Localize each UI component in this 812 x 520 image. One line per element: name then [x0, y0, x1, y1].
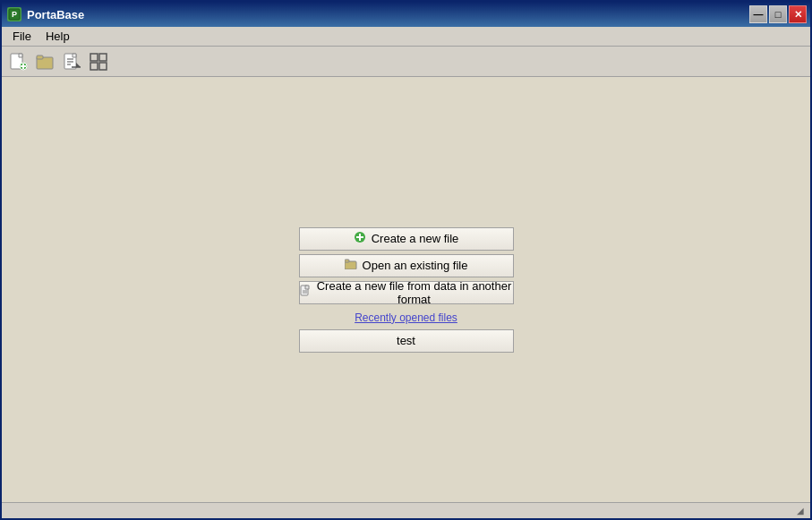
test-file-label: test — [397, 334, 415, 347]
close-button[interactable]: ✕ — [789, 5, 807, 23]
open-existing-file-label: Open an existing file — [363, 259, 468, 272]
open-doc-icon — [35, 52, 55, 72]
fullscreen-toolbar-button[interactable] — [86, 49, 111, 74]
import-file-button[interactable]: Create a new file from data in another f… — [299, 281, 514, 304]
new-doc-icon — [8, 52, 28, 72]
svg-rect-17 — [99, 63, 107, 70]
fullscreen-icon — [89, 52, 108, 72]
open-file-icon — [345, 259, 357, 272]
export-icon — [62, 52, 81, 72]
recently-opened-label[interactable]: Recently opened files — [355, 308, 457, 326]
create-new-file-label: Create a new file — [372, 232, 459, 245]
title-bar-left: P PortaBase — [7, 7, 84, 21]
app-icon: P — [7, 7, 21, 21]
menu-file[interactable]: File — [5, 28, 38, 45]
test-file-button[interactable]: test — [299, 329, 514, 353]
svg-rect-22 — [345, 260, 349, 262]
import-file-label: Create a new file from data in another f… — [316, 279, 513, 306]
main-window: P PortaBase — □ ✕ File Help — [0, 0, 812, 520]
new-file-toolbar-button[interactable] — [5, 49, 30, 74]
main-content: Create a new file Open an existing file — [2, 77, 810, 502]
toolbar — [2, 47, 810, 77]
maximize-button[interactable]: □ — [769, 5, 787, 23]
svg-rect-7 — [37, 55, 43, 59]
window-title: PortaBase — [27, 8, 84, 21]
create-new-file-button[interactable]: Create a new file — [299, 227, 514, 251]
status-bar: ◢ — [2, 502, 810, 518]
svg-rect-14 — [90, 54, 98, 61]
resize-corner[interactable]: ◢ — [794, 505, 807, 517]
open-file-toolbar-button[interactable] — [32, 49, 57, 74]
svg-rect-15 — [99, 54, 107, 61]
minimize-button[interactable]: — — [749, 5, 767, 23]
import-icon — [300, 285, 311, 300]
svg-text:P: P — [12, 10, 17, 19]
new-file-icon — [354, 231, 366, 246]
open-existing-file-button[interactable]: Open an existing file — [299, 254, 514, 277]
title-bar: P PortaBase — □ ✕ — [2, 2, 810, 27]
menu-bar: File Help — [2, 27, 810, 47]
menu-help[interactable]: Help — [38, 28, 77, 45]
welcome-panel: Create a new file Open an existing file — [290, 227, 523, 353]
title-buttons: — □ ✕ — [749, 5, 807, 23]
svg-rect-16 — [90, 63, 98, 70]
export-toolbar-button[interactable] — [59, 49, 84, 74]
